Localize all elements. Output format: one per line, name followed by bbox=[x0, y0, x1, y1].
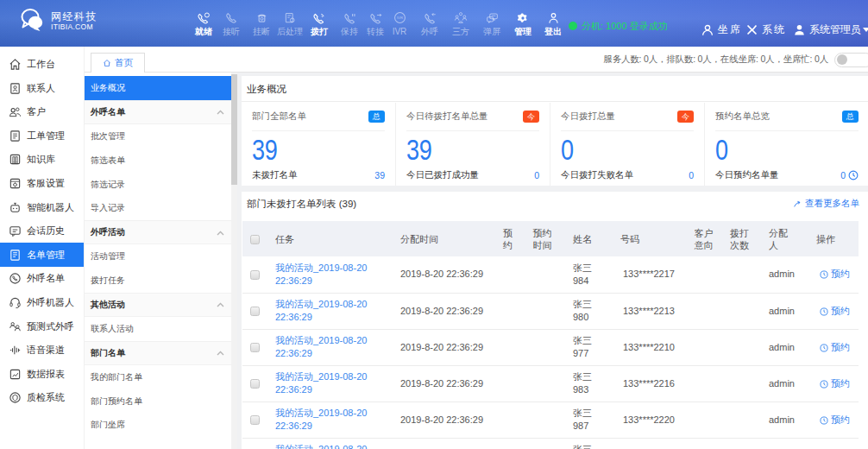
svg-text:IVR: IVR bbox=[396, 16, 402, 20]
